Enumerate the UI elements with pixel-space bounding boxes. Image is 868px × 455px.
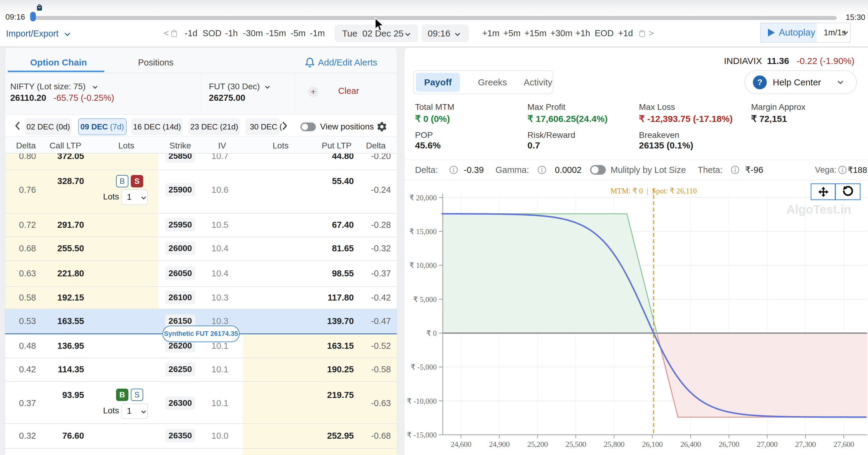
svg-text:₹ -5,000: ₹ -5,000 bbox=[410, 363, 437, 371]
svg-text:₹ -10,000: ₹ -10,000 bbox=[407, 397, 437, 405]
svg-text:24,600: 24,600 bbox=[451, 440, 471, 449]
svg-text:₹ 20,000: ₹ 20,000 bbox=[409, 194, 437, 202]
svg-text:₹ 0: ₹ 0 bbox=[426, 329, 437, 337]
svg-text:26,400: 26,400 bbox=[680, 440, 701, 449]
svg-text:AlgoTest.in: AlgoTest.in bbox=[786, 203, 851, 216]
svg-text:₹ 15,000: ₹ 15,000 bbox=[409, 227, 437, 236]
svg-text:27,600: 27,600 bbox=[833, 440, 854, 449]
svg-text:27,000: 27,000 bbox=[757, 440, 778, 449]
svg-text:24,900: 24,900 bbox=[489, 440, 510, 449]
svg-text:MTM: ₹ 0 | Spot: ₹ 26,110: MTM: ₹ 0 | Spot: ₹ 26,110 bbox=[610, 187, 697, 195]
svg-text:₹ -15,000: ₹ -15,000 bbox=[407, 431, 437, 439]
svg-text:25,500: 25,500 bbox=[565, 440, 586, 449]
svg-text:₹ 10,000: ₹ 10,000 bbox=[409, 261, 437, 269]
svg-text:26,700: 26,700 bbox=[718, 440, 739, 449]
svg-text:25,200: 25,200 bbox=[527, 440, 548, 449]
svg-text:₹ 5,000: ₹ 5,000 bbox=[413, 295, 437, 304]
svg-text:27,300: 27,300 bbox=[795, 440, 816, 449]
svg-text:26,100: 26,100 bbox=[642, 440, 663, 449]
svg-text:25,800: 25,800 bbox=[604, 440, 624, 449]
